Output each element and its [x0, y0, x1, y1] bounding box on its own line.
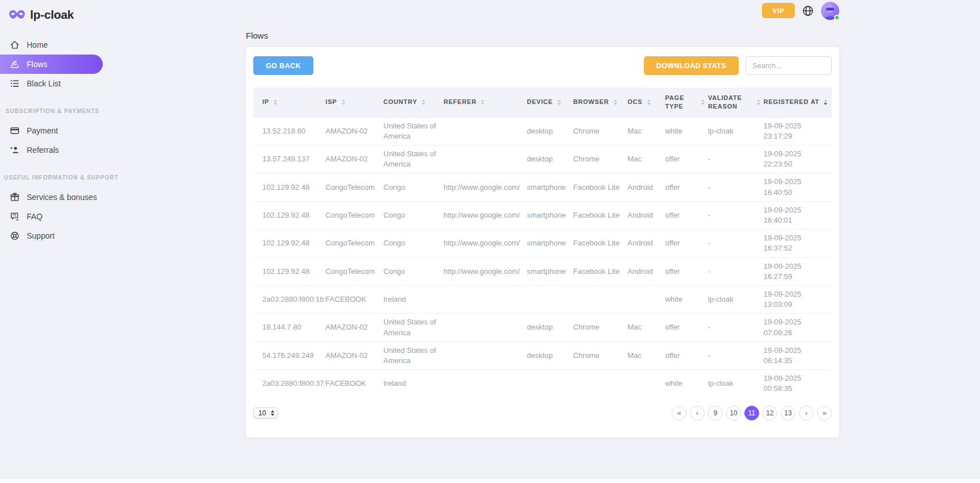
- cell-referer: [443, 370, 527, 398]
- sidebar-item-referrals[interactable]: Referrals: [0, 140, 105, 160]
- cell-device: smartphone: [527, 173, 573, 201]
- cell-validate-reason: lp-cloak: [708, 117, 764, 145]
- cell-ocs: Mac: [627, 145, 665, 173]
- sidebar-item-payment[interactable]: Payment: [0, 121, 105, 140]
- cell-isp: CongoTelecom: [325, 173, 383, 201]
- column-header-browser[interactable]: BROWSER: [573, 88, 627, 117]
- cell-isp: FACEBOOK: [325, 285, 383, 313]
- cell-ocs: [627, 370, 665, 398]
- cell-registered-at: 19-09-2025 07:09:26: [764, 314, 832, 342]
- cell-ip: 102.129.92.48: [253, 173, 325, 201]
- column-header-isp[interactable]: ISP: [325, 88, 383, 117]
- cell-browser: Chrome: [573, 117, 627, 145]
- cell-ocs: Android: [627, 230, 665, 257]
- cell-device: desktop: [527, 117, 573, 145]
- lifebuoy-icon: [10, 231, 20, 241]
- page-10-button[interactable]: 10: [726, 406, 741, 420]
- page-9-button[interactable]: 9: [708, 406, 723, 420]
- download-stats-button[interactable]: DOWNLOAD STATS: [644, 56, 739, 75]
- cell-registered-at: 19-09-2025 16:40:01: [764, 201, 832, 229]
- cell-browser: [573, 370, 627, 398]
- cell-page-type: offer: [665, 257, 707, 285]
- next-page-button[interactable]: ›: [799, 406, 814, 420]
- cell-country: Ireland: [383, 370, 443, 398]
- cell-device: smartphone: [527, 257, 573, 285]
- sidebar-item-home[interactable]: Home: [0, 35, 105, 55]
- footer-strip: [0, 479, 980, 483]
- page-12-button[interactable]: 12: [763, 406, 777, 420]
- cell-page-type: offer: [665, 342, 707, 369]
- cell-browser: [573, 285, 627, 313]
- table-row: 102.129.92.48CongoTelecomCongohttp://www…: [253, 230, 832, 257]
- column-header-ocs[interactable]: OCS: [627, 88, 665, 117]
- sidebar-item-support[interactable]: Support: [0, 226, 105, 245]
- last-page-button[interactable]: »: [817, 406, 832, 420]
- cell-referer: [443, 342, 527, 369]
- sidebar-section-support: USEFUL INFORMATION & SUPPORT: [0, 174, 105, 181]
- cell-registered-at: 19-09-2025 16:40:50: [764, 173, 832, 201]
- sort-icon: [647, 99, 651, 105]
- cell-registered-at: 19-09-2025 16:27:59: [764, 257, 832, 285]
- vip-button[interactable]: VIP: [762, 3, 795, 18]
- sidebar-item-faq[interactable]: ?! FAQ: [0, 207, 105, 226]
- cell-ip: 102.129.92.48: [253, 257, 325, 285]
- column-header-country[interactable]: COUNTRY: [383, 88, 443, 117]
- cell-device: desktop: [527, 145, 573, 173]
- search-input[interactable]: [746, 56, 832, 75]
- page-11-button[interactable]: 11: [744, 406, 759, 420]
- cell-country: Ireland: [383, 285, 443, 313]
- sort-icon: [701, 99, 705, 105]
- sort-icon: [422, 99, 425, 105]
- table-row: 18.144.7.80AMAZON-02United States of Ame…: [253, 314, 832, 342]
- globe-icon[interactable]: [802, 5, 814, 17]
- cell-browser: Facebook Lite: [573, 173, 627, 201]
- cell-page-type: offer: [665, 145, 707, 173]
- sidebar-item-label: Services & bonuses: [27, 193, 97, 202]
- cell-registered-at: 19-09-2025 06:14:35: [764, 342, 832, 369]
- user-avatar[interactable]: [821, 2, 839, 20]
- cell-validate-reason: -: [708, 173, 764, 201]
- cell-page-type: white: [665, 370, 707, 398]
- sidebar-item-services-bonuses[interactable]: Services & bonuses: [0, 188, 105, 207]
- cell-country: Congo: [383, 257, 443, 285]
- cell-isp: CongoTelecom: [325, 257, 383, 285]
- cell-referer: [443, 145, 527, 173]
- first-page-button[interactable]: «: [672, 406, 686, 420]
- cell-ip: 2a03:2880:f800:1b::: [253, 285, 325, 313]
- cell-validate-reason: -: [708, 342, 764, 369]
- page-13-button[interactable]: 13: [781, 406, 795, 420]
- cell-ocs: Mac: [627, 314, 665, 342]
- cell-ocs: [627, 285, 665, 313]
- page-size-select[interactable]: 10: [258, 409, 266, 417]
- column-header-referer[interactable]: REFERER: [443, 88, 527, 117]
- column-header-validate-reason[interactable]: VALIDATE REASON: [708, 88, 764, 117]
- sidebar-nav: Home Flows: [0, 35, 105, 245]
- sidebar-item-label: Referrals: [27, 145, 59, 155]
- home-icon: [10, 40, 20, 50]
- column-header-device[interactable]: DEVICE: [527, 88, 573, 117]
- cell-ocs: Android: [627, 201, 665, 229]
- svg-text:?!: ?!: [12, 213, 16, 217]
- column-header-registered-at[interactable]: REGISTERED AT: [764, 88, 832, 117]
- flows-icon: [10, 59, 20, 69]
- go-back-button[interactable]: GO BACK: [253, 56, 313, 75]
- cell-page-type: offer: [665, 230, 707, 257]
- cell-country: United States of America: [383, 342, 443, 369]
- topbar: VIP: [246, 0, 839, 19]
- sidebar-item-flows[interactable]: Flows: [0, 55, 103, 74]
- cell-country: United States of America: [383, 314, 443, 342]
- cell-isp: AMAZON-02: [325, 145, 383, 173]
- prev-page-button[interactable]: ‹: [690, 406, 705, 420]
- cell-validate-reason: -: [708, 201, 764, 229]
- cell-browser: Facebook Lite: [573, 201, 627, 229]
- sort-icon: [614, 99, 617, 105]
- cell-isp: CongoTelecom: [325, 201, 383, 229]
- cell-ip: 13.57.249.137: [253, 145, 325, 173]
- column-header-ip[interactable]: IP: [253, 88, 325, 117]
- cell-isp: FACEBOOK: [325, 370, 383, 398]
- sidebar-item-black-list[interactable]: Black List: [0, 74, 105, 93]
- column-header-page-type[interactable]: PAGE TYPE: [665, 88, 707, 117]
- brand[interactable]: lp-cloak: [0, 5, 105, 26]
- cell-device: desktop: [527, 314, 573, 342]
- list-icon: [10, 78, 20, 89]
